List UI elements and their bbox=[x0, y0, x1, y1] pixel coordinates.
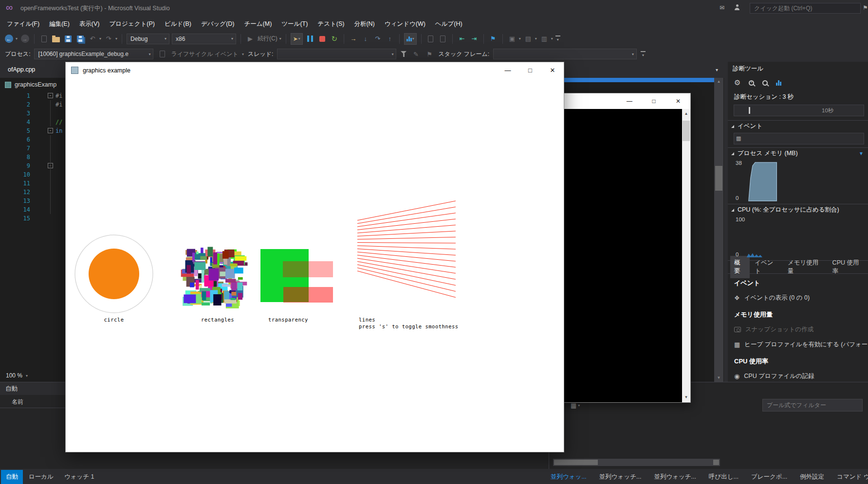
close-button[interactable]: ✕ bbox=[541, 62, 564, 78]
columns-button[interactable]: ▦▾ bbox=[571, 402, 580, 409]
menu-item-ウィンドウ(W)[interactable]: ウィンドウ(W) bbox=[380, 18, 430, 30]
process-toolbar-overflow-icon[interactable]: ▾ bbox=[641, 51, 646, 57]
break-all-icon[interactable] bbox=[305, 34, 315, 44]
scrollbar-end[interactable] bbox=[713, 460, 719, 465]
save-all-icon[interactable] bbox=[75, 34, 85, 44]
close-button[interactable]: ✕ bbox=[666, 93, 690, 109]
bookmark-icon[interactable]: ⚑ bbox=[488, 34, 498, 44]
document-list-dropdown-icon[interactable]: ▾ bbox=[716, 67, 718, 72]
step-into-icon[interactable]: ↓ bbox=[361, 34, 370, 44]
memory-section-header[interactable]: プロセス メモリ (MB) ▼ bbox=[728, 147, 868, 159]
open-file-icon[interactable] bbox=[51, 34, 61, 44]
feedback-icon[interactable]: ✉ bbox=[720, 4, 724, 11]
console-titlebar[interactable]: — □ ✕ bbox=[551, 93, 690, 109]
redo-chevron-icon[interactable]: ▾ bbox=[115, 36, 117, 41]
diag-tab-概要[interactable]: 概要 bbox=[730, 256, 750, 278]
save-icon[interactable] bbox=[63, 34, 73, 44]
diag-tab-メモリ使用量[interactable]: メモリ使用量 bbox=[784, 256, 828, 278]
maximize-button[interactable]: □ bbox=[519, 62, 541, 78]
undo-icon[interactable]: ↶ bbox=[88, 34, 97, 44]
fold-marker-icon[interactable]: - bbox=[48, 128, 53, 133]
fold-marker-icon[interactable]: - bbox=[48, 93, 53, 98]
debug-windows-icon[interactable]: ➤▾ bbox=[291, 33, 303, 45]
solution-configuration-select[interactable]: Debug▾ bbox=[127, 34, 169, 44]
events-track[interactable]: ▥ bbox=[734, 133, 864, 144]
menu-item-表示(V)[interactable]: 表示(V) bbox=[74, 18, 105, 30]
stop-debug-icon[interactable] bbox=[317, 34, 327, 44]
menu-item-デバッグ(D)[interactable]: デバッグ(D) bbox=[196, 18, 240, 30]
gear-icon[interactable]: ⚙ bbox=[734, 78, 740, 87]
continue-chevron-icon[interactable]: ▾ bbox=[279, 36, 281, 41]
new-file-icon[interactable] bbox=[39, 34, 49, 44]
process-select[interactable]: [10060] graphicsExample_debug.e▾ bbox=[34, 49, 153, 59]
minimize-button[interactable]: — bbox=[497, 62, 519, 78]
menu-item-編集(E)[interactable]: 編集(E) bbox=[44, 18, 74, 30]
lifecycle-events-button[interactable]: ライフサイクル イベント bbox=[171, 50, 238, 58]
menu-item-分析(N)[interactable]: 分析(N) bbox=[349, 18, 379, 30]
horizontal-scrollbar[interactable] bbox=[553, 459, 720, 466]
diagnostic-tools-icon[interactable]: ▾ bbox=[404, 33, 417, 45]
navigate-back-chevron-icon[interactable]: ▾ bbox=[16, 36, 18, 41]
account-icon[interactable] bbox=[734, 4, 740, 12]
graphics-window-titlebar[interactable]: graphics example — □ ✕ bbox=[66, 62, 564, 78]
notifications-flag-icon[interactable]: ⚑ bbox=[863, 4, 868, 11]
step-out-icon[interactable]: ↑ bbox=[385, 34, 395, 44]
tab-ofapp-cpp[interactable]: ofApp.cpp bbox=[2, 62, 41, 78]
indent-increase-icon[interactable]: ⇥ bbox=[469, 34, 479, 44]
menu-item-チーム(M)[interactable]: チーム(M) bbox=[239, 18, 277, 30]
menu-item-ファイル(F)[interactable]: ファイル(F) bbox=[2, 18, 44, 30]
solution-platform-select[interactable]: x86▾ bbox=[172, 34, 236, 44]
bottom-tab-right-1[interactable]: 並列ウォッチ... bbox=[599, 473, 642, 481]
name-column-header[interactable]: 名前 bbox=[12, 398, 23, 406]
diag-tab-CPU 使用率[interactable]: CPU 使用率 bbox=[829, 256, 868, 278]
scrollbar-thumb[interactable] bbox=[715, 166, 722, 191]
cpu-section-header[interactable]: CPU (%: 全プロセッサに占める割合) bbox=[728, 204, 868, 215]
stack-frame-select[interactable]: ▾ bbox=[493, 49, 637, 59]
breadcrumb[interactable]: graphicsExamp bbox=[15, 81, 56, 88]
navigate-forward-icon[interactable]: → bbox=[20, 34, 30, 44]
toolbar-extra-icon-1[interactable]: ▣ bbox=[507, 34, 517, 44]
restart-icon[interactable]: ↻ bbox=[330, 34, 339, 44]
collapse-icon[interactable] bbox=[731, 209, 734, 212]
menu-item-テスト(S)[interactable]: テスト(S) bbox=[313, 18, 349, 30]
indent-decrease-icon[interactable]: ⇤ bbox=[457, 34, 467, 44]
zoom-reset-icon[interactable] bbox=[762, 80, 768, 86]
scrollbar-thumb[interactable] bbox=[683, 121, 690, 141]
menu-item-ツール(T)[interactable]: ツール(T) bbox=[277, 18, 313, 30]
continue-play-icon[interactable]: ▶ bbox=[245, 34, 255, 44]
memory-indicator-icon[interactable]: ▼ bbox=[859, 151, 864, 156]
zoom-control[interactable]: 100 % ▾ bbox=[3, 370, 31, 381]
show-events-link[interactable]: ❖ イベントの表示 (0 の 0) bbox=[728, 290, 868, 305]
quick-launch-input[interactable] bbox=[750, 3, 861, 14]
enable-heap-profiling-link[interactable]: ▦ ヒープ プロファイルを有効にする (パフォーマン bbox=[728, 337, 868, 352]
collapse-icon[interactable] bbox=[731, 125, 734, 128]
bottom-tab-right-5[interactable]: 例外設定 bbox=[800, 473, 824, 481]
scroll-down-icon[interactable]: ▼ bbox=[714, 374, 723, 382]
undo-chevron-icon[interactable]: ▾ bbox=[99, 36, 101, 41]
diag-tab-イベント[interactable]: イベント bbox=[751, 256, 783, 278]
timeline-ruler[interactable]: 10秒 bbox=[734, 105, 864, 116]
bottom-tab-right-2[interactable]: 並列ウォッチ... bbox=[654, 473, 696, 481]
show-next-statement-icon[interactable]: → bbox=[349, 34, 358, 44]
continue-button[interactable]: 続行(C) bbox=[258, 35, 277, 43]
collapse-icon[interactable] bbox=[731, 152, 734, 155]
tool-document-icon-1[interactable] bbox=[426, 34, 436, 44]
toolbar-extra-icon-2[interactable]: ▤ bbox=[523, 34, 533, 44]
zoom-in-icon[interactable]: + bbox=[749, 80, 754, 86]
menu-item-ヘルプ(H)[interactable]: ヘルプ(H) bbox=[430, 18, 467, 30]
filter-threads-icon[interactable] bbox=[400, 51, 407, 57]
menu-item-ビルド(B)[interactable]: ビルド(B) bbox=[160, 18, 196, 30]
bottom-tab-ウォッチ 1[interactable]: ウォッチ 1 bbox=[59, 470, 99, 484]
bottom-tab-right-4[interactable]: ブレークポ... bbox=[751, 473, 787, 481]
events-section-header[interactable]: イベント bbox=[728, 120, 868, 132]
toolbar-extra-icon-3[interactable]: ▥ bbox=[539, 34, 549, 44]
scrollbar-thumb[interactable] bbox=[554, 460, 598, 465]
navigate-back-icon[interactable]: ← bbox=[4, 34, 14, 44]
thread-select[interactable]: ▾ bbox=[277, 49, 396, 59]
scroll-up-icon[interactable]: ▲ bbox=[714, 78, 723, 86]
edit-marker-icon[interactable]: ✎ bbox=[411, 49, 421, 59]
step-over-icon[interactable]: ↷ bbox=[373, 34, 383, 44]
zoom-chevron-icon[interactable]: ▾ bbox=[26, 374, 28, 378]
flag-thread-icon[interactable]: ⚑ bbox=[425, 49, 434, 59]
scroll-up-icon[interactable]: ▲ bbox=[682, 110, 690, 118]
